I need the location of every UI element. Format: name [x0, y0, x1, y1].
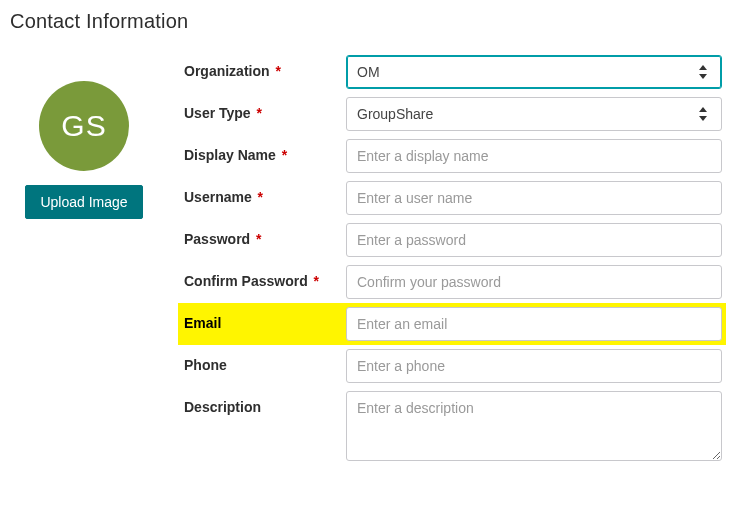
- phone-field-wrap: [346, 347, 726, 385]
- email-label: Email: [178, 305, 346, 331]
- organization-label-text: Organization: [184, 63, 270, 79]
- username-input[interactable]: [346, 181, 722, 215]
- description-field-wrap: [346, 389, 726, 466]
- required-mark: *: [258, 189, 263, 205]
- description-label-text: Description: [184, 399, 261, 415]
- organization-field-wrap: OM: [346, 53, 726, 91]
- password-row: Password *: [178, 219, 726, 261]
- required-mark: *: [256, 231, 261, 247]
- description-label: Description: [178, 389, 346, 415]
- required-mark: *: [257, 105, 262, 121]
- avatar: GS: [39, 81, 129, 171]
- password-label: Password *: [178, 221, 346, 247]
- required-mark: *: [282, 147, 287, 163]
- display-name-field-wrap: [346, 137, 726, 175]
- email-label-text: Email: [184, 315, 221, 331]
- user-type-select[interactable]: GroupShare: [346, 97, 722, 131]
- email-input[interactable]: [346, 307, 722, 341]
- confirm-password-input[interactable]: [346, 265, 722, 299]
- user-type-field-wrap: GroupShare: [346, 95, 726, 133]
- avatar-initials: GS: [61, 109, 106, 143]
- chevron-updown-icon: [697, 65, 709, 79]
- chevron-updown-icon: [697, 107, 709, 121]
- email-row: Email: [178, 303, 726, 345]
- confirm-password-label-text: Confirm Password: [184, 273, 308, 289]
- description-textarea[interactable]: [346, 391, 722, 461]
- required-mark: *: [275, 63, 280, 79]
- confirm-password-row: Confirm Password *: [178, 261, 726, 303]
- password-field-wrap: [346, 221, 726, 259]
- contact-information-panel: Contact Information GS Upload Image Orga…: [0, 0, 736, 468]
- username-row: Username *: [178, 177, 726, 219]
- phone-label-text: Phone: [184, 357, 227, 373]
- phone-row: Phone: [178, 345, 726, 387]
- password-input[interactable]: [346, 223, 722, 257]
- organization-select[interactable]: OM: [346, 55, 722, 89]
- required-mark: *: [314, 273, 319, 289]
- display-name-label-text: Display Name: [184, 147, 276, 163]
- form-layout: GS Upload Image Organization * OM: [10, 51, 726, 468]
- username-label: Username *: [178, 179, 346, 205]
- form-fields: Organization * OM User Type * G: [178, 51, 726, 468]
- confirm-password-label: Confirm Password *: [178, 263, 346, 289]
- display-name-input[interactable]: [346, 139, 722, 173]
- user-type-value: GroupShare: [357, 106, 433, 122]
- avatar-column: GS Upload Image: [10, 51, 158, 468]
- username-field-wrap: [346, 179, 726, 217]
- upload-image-button[interactable]: Upload Image: [25, 185, 142, 219]
- page-title: Contact Information: [10, 10, 726, 33]
- organization-label: Organization *: [178, 53, 346, 79]
- phone-input[interactable]: [346, 349, 722, 383]
- password-label-text: Password: [184, 231, 250, 247]
- organization-value: OM: [357, 64, 380, 80]
- user-type-label: User Type *: [178, 95, 346, 121]
- phone-label: Phone: [178, 347, 346, 373]
- organization-row: Organization * OM: [178, 51, 726, 93]
- description-row: Description: [178, 387, 726, 468]
- username-label-text: Username: [184, 189, 252, 205]
- user-type-row: User Type * GroupShare: [178, 93, 726, 135]
- user-type-label-text: User Type: [184, 105, 251, 121]
- email-field-wrap: [346, 305, 726, 343]
- confirm-password-field-wrap: [346, 263, 726, 301]
- display-name-label: Display Name *: [178, 137, 346, 163]
- display-name-row: Display Name *: [178, 135, 726, 177]
